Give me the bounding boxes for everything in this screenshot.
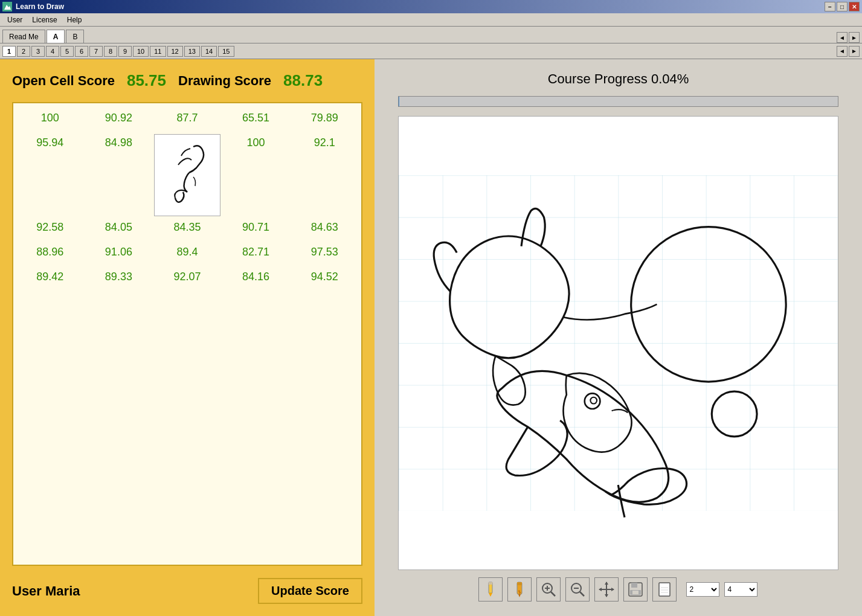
tab-nav-next[interactable]: ► xyxy=(849,32,860,43)
score-r3c3: 84.35 xyxy=(153,217,222,237)
page-tab-8[interactable]: 8 xyxy=(104,46,117,57)
svg-marker-8 xyxy=(489,593,492,597)
page-tab-2[interactable]: 2 xyxy=(17,46,30,57)
svg-marker-23 xyxy=(605,582,608,585)
title-bar: Learn to Draw − □ ✕ xyxy=(0,0,862,13)
score-r4c3: 89.4 xyxy=(153,242,222,262)
score-r4c2: 91.06 xyxy=(85,242,153,262)
main-content: Open Cell Score 85.75 Drawing Score 88.7… xyxy=(0,59,862,616)
info-button[interactable] xyxy=(652,577,677,602)
progress-bar-container xyxy=(398,96,838,107)
pencil-tool-button[interactable] xyxy=(478,577,503,602)
score-r3c4: 90.71 xyxy=(222,217,291,237)
score-r2c4: 100 xyxy=(247,133,265,153)
svg-rect-11 xyxy=(517,582,522,585)
page-tab-13[interactable]: 13 xyxy=(184,46,200,57)
svg-marker-24 xyxy=(605,594,608,597)
update-score-button[interactable]: Update Score xyxy=(258,578,362,604)
sketch-drawing xyxy=(160,138,214,213)
score-r2c5: 92.1 xyxy=(314,133,335,153)
svg-marker-25 xyxy=(599,588,602,591)
zoom-in-icon xyxy=(541,582,556,597)
score-r2c1: 95.94 xyxy=(36,133,63,153)
svg-marker-26 xyxy=(611,588,614,591)
eraser-icon xyxy=(512,581,527,598)
score-r3c2: 84.05 xyxy=(85,217,153,237)
score-r4c1: 88.96 xyxy=(16,242,85,262)
pan-icon xyxy=(598,581,615,598)
tab-nav: ◄ ► xyxy=(837,32,860,43)
brush-size-select[interactable]: 1 2 3 4 5 xyxy=(686,582,719,597)
menu-help[interactable]: Help xyxy=(62,14,87,25)
svg-rect-28 xyxy=(631,583,637,588)
score-grid: 100 90.92 87.7 65.51 79.89 95.94 84.98 xyxy=(12,102,362,566)
drawing-toolbar: 1 2 3 4 5 1 2 3 4 5 6 xyxy=(398,575,838,604)
window-title: Learn to Draw xyxy=(16,2,64,11)
score-r1c4: 65.51 xyxy=(222,108,291,128)
user-label: User Maria xyxy=(12,583,80,599)
opacity-select[interactable]: 1 2 3 4 5 6 xyxy=(724,582,757,597)
page-nav-prev[interactable]: ◄ xyxy=(837,46,848,57)
score-r1c2: 90.92 xyxy=(85,108,153,128)
page-nav-next[interactable]: ► xyxy=(849,46,860,57)
menu-license[interactable]: License xyxy=(27,14,62,25)
page-nav: ◄ ► xyxy=(837,46,860,57)
score-r3c5: 84.63 xyxy=(290,217,359,237)
page-tab-9[interactable]: 9 xyxy=(118,46,132,57)
score-r5c5: 94.52 xyxy=(290,267,359,287)
menu-user[interactable]: User xyxy=(2,14,27,25)
menu-bar: User License Help xyxy=(0,13,862,27)
drawing-canvas[interactable] xyxy=(398,116,838,570)
score-r2c2: 84.98 xyxy=(105,133,132,153)
svg-line-20 xyxy=(580,592,584,596)
page-tab-6[interactable]: 6 xyxy=(75,46,88,57)
zoom-in-button[interactable] xyxy=(536,577,561,602)
drawing-cell xyxy=(154,134,220,216)
eraser-tool-button[interactable] xyxy=(507,577,532,602)
score-r1c3: 87.7 xyxy=(153,108,222,128)
score-r5c3: 92.07 xyxy=(153,267,222,287)
tab-bar: Read Me A B ◄ ► xyxy=(0,27,862,43)
svg-rect-9 xyxy=(489,582,492,585)
open-cell-value: 85.75 xyxy=(127,71,166,90)
drawing-value: 88.73 xyxy=(283,71,323,90)
save-button[interactable] xyxy=(623,577,648,602)
info-icon xyxy=(658,582,671,597)
page-tab-10[interactable]: 10 xyxy=(133,46,149,57)
score-r4c5: 97.53 xyxy=(290,242,359,262)
page-tab-1[interactable]: 1 xyxy=(2,46,16,57)
page-tab-12[interactable]: 12 xyxy=(167,46,183,57)
page-tab-3[interactable]: 3 xyxy=(31,46,45,57)
score-r3c1: 92.58 xyxy=(16,217,85,237)
page-tab-11[interactable]: 11 xyxy=(150,46,166,57)
page-tab-14[interactable]: 14 xyxy=(201,46,217,57)
page-tab-5[interactable]: 5 xyxy=(60,46,74,57)
page-tab-4[interactable]: 4 xyxy=(46,46,59,57)
left-panel: Open Cell Score 85.75 Drawing Score 88.7… xyxy=(0,59,375,616)
score-row-4: 88.96 91.06 89.4 82.71 97.53 xyxy=(16,242,359,262)
page-tab-7[interactable]: 7 xyxy=(89,46,103,57)
tab-a[interactable]: A xyxy=(47,30,65,43)
score-row-2: 95.94 84.98 xyxy=(16,133,359,217)
score-r5c4: 84.16 xyxy=(222,267,291,287)
bottom-bar: User Maria Update Score xyxy=(12,578,362,604)
minimize-btn[interactable]: − xyxy=(825,2,835,11)
save-icon xyxy=(628,582,643,597)
svg-rect-2 xyxy=(399,175,838,511)
tab-readme[interactable]: Read Me xyxy=(2,30,45,43)
page-tab-bar: 1 2 3 4 5 6 7 8 9 10 11 12 13 14 15 ◄ ► xyxy=(0,43,862,59)
drawing-svg xyxy=(399,117,838,569)
restore-btn[interactable]: □ xyxy=(837,2,848,11)
tab-nav-prev[interactable]: ◄ xyxy=(837,32,848,43)
right-panel: Course Progress 0.04% xyxy=(375,59,862,616)
score-r5c2: 89.33 xyxy=(85,267,153,287)
drawing-label: Drawing Score xyxy=(178,73,271,89)
page-tab-15[interactable]: 15 xyxy=(218,46,234,57)
zoom-out-button[interactable] xyxy=(565,577,590,602)
tab-b[interactable]: B xyxy=(66,30,84,43)
close-btn[interactable]: ✕ xyxy=(849,2,860,11)
svg-line-17 xyxy=(551,592,555,596)
pan-button[interactable] xyxy=(594,577,619,602)
pencil-icon xyxy=(483,581,498,598)
toolbar-dropdowns: 1 2 3 4 5 1 2 3 4 5 6 xyxy=(686,582,757,597)
